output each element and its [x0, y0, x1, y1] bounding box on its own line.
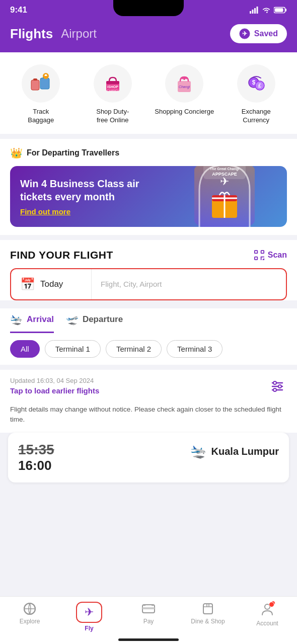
- promo-banner-heading: Win 4 Business Class air tickets every m…: [20, 177, 162, 203]
- svg-text:Changi: Changi: [179, 85, 190, 89]
- svg-rect-42: [255, 257, 258, 260]
- pay-icon: [141, 602, 156, 616]
- app-header: Flights Airport ✈ Saved: [0, 18, 297, 52]
- flight-search-placeholder[interactable]: Flight, City, Airport: [92, 272, 286, 296]
- svg-rect-1: [252, 10, 254, 14]
- flight-list-header: Updated 16:03, 04 Sep 2024 Tap to load e…: [0, 370, 297, 400]
- svg-rect-61: [203, 604, 212, 614]
- flight-search-box[interactable]: 📅 Today Flight, City, Airport: [10, 268, 287, 300]
- plane-saved-icon: ✈: [239, 28, 250, 39]
- find-flight-section: FIND YOUR FLIGHT Scan 📅 Today Flight, Ci…: [0, 240, 297, 300]
- svg-rect-0: [250, 11, 251, 14]
- tab-departure[interactable]: 🛫 Departure: [66, 308, 123, 333]
- crown-icon: 👑: [10, 147, 23, 159]
- terminal-all[interactable]: All: [10, 340, 40, 358]
- exchange-currency-label: ExchangeCurrency: [242, 108, 271, 125]
- wifi-icon: [262, 7, 271, 14]
- tap-earlier-button[interactable]: Tap to load earlier flights: [10, 386, 99, 395]
- quick-action-exchange-currency[interactable]: $ £ ExchangeCurrency: [226, 64, 286, 125]
- currency-icon: $ £: [237, 64, 275, 103]
- svg-point-50: [273, 381, 276, 384]
- svg-rect-5: [285, 9, 286, 12]
- fly-icon: ✈: [82, 605, 96, 619]
- svg-text:iSHOP: iSHOP: [107, 85, 118, 89]
- svg-rect-10: [31, 80, 39, 90]
- flight-actual-time: 16:00: [18, 458, 54, 473]
- updated-text: Updated 16:03, 04 Sep 2024: [10, 377, 99, 384]
- signal-icon: [250, 7, 259, 14]
- shop-duty-free-label: Shop Duty-free Online: [96, 108, 129, 125]
- tab-flights[interactable]: Flights: [10, 26, 53, 42]
- arrival-icon: 🛬: [190, 444, 206, 459]
- svg-point-24: [183, 78, 185, 80]
- departure-tab-label: Departure: [83, 314, 123, 325]
- bottom-navigation: Explore ✈ Fly Pay Dine & Shop: [0, 596, 297, 644]
- promo-decoration: ✈ The Great Changi APPSCAPE: [163, 166, 287, 227]
- dine-shop-icon: [201, 602, 215, 616]
- svg-text:£: £: [258, 83, 261, 89]
- flight-city: Kuala Lumpur: [211, 446, 279, 457]
- promo-label: 👑 For Departing Travellers: [10, 147, 287, 159]
- terminal-filter: All Terminal 1 Terminal 2 Terminal 3: [0, 333, 297, 365]
- svg-text:✈: ✈: [85, 606, 94, 618]
- nav-fly[interactable]: ✈ Fly: [69, 602, 109, 632]
- terminal-2[interactable]: Terminal 2: [106, 340, 162, 358]
- home-indicator: [118, 638, 179, 641]
- saved-button[interactable]: ✈ Saved: [230, 24, 287, 43]
- terminal-3[interactable]: Terminal 3: [167, 340, 222, 358]
- nav-explore-label: Explore: [20, 618, 40, 625]
- nav-pay[interactable]: Pay: [128, 602, 169, 632]
- find-flight-header: FIND YOUR FLIGHT Scan: [10, 249, 287, 261]
- flight-card[interactable]: 15:35 16:00 🛬 Kuala Lumpur: [8, 433, 289, 482]
- shop-icon: iSHOP CHANGI: [94, 64, 132, 103]
- svg-rect-41: [261, 251, 264, 254]
- svg-rect-19: [106, 81, 119, 84]
- quick-action-shopping-concierge[interactable]: Changi Shopping Concierge: [154, 64, 214, 125]
- status-icons: [250, 7, 287, 14]
- svg-point-52: [273, 388, 276, 391]
- quick-action-track-baggage[interactable]: TrackBaggage: [11, 64, 71, 125]
- scan-icon: [254, 250, 265, 261]
- nav-account[interactable]: Account: [247, 602, 287, 632]
- svg-text:The Great Changi: The Great Changi: [210, 167, 239, 171]
- svg-point-51: [278, 385, 281, 388]
- svg-rect-40: [255, 251, 258, 254]
- flight-scheduled-time: 15:35: [18, 442, 54, 458]
- svg-point-62: [265, 604, 270, 609]
- scan-button[interactable]: Scan: [254, 250, 287, 261]
- status-time: 9:41: [10, 5, 27, 15]
- filter-button[interactable]: [268, 377, 287, 397]
- header-tabs: Flights Airport: [10, 26, 97, 42]
- quick-action-shop-duty-free[interactable]: iSHOP CHANGI Shop Duty-free Online: [83, 64, 143, 125]
- svg-text:✈: ✈: [242, 30, 247, 37]
- svg-text:APPSCAPE: APPSCAPE: [212, 172, 237, 177]
- promo-for-label: For Departing Travellers: [27, 148, 119, 157]
- tab-airport[interactable]: Airport: [61, 27, 97, 41]
- account-icon: [260, 602, 274, 616]
- terminal-1[interactable]: Terminal 1: [45, 340, 101, 358]
- find-flight-title: FIND YOUR FLIGHT: [10, 249, 113, 261]
- date-picker[interactable]: 📅 Today: [11, 269, 92, 299]
- filter-icon: [270, 379, 285, 394]
- nav-dine-shop-label: Dine & Shop: [191, 618, 225, 625]
- flight-type-tabs: 🛬 Arrival 🛫 Departure: [0, 308, 297, 333]
- departure-plane-icon: 🛫: [66, 313, 79, 326]
- svg-rect-2: [254, 8, 256, 14]
- date-value: Today: [40, 279, 63, 289]
- promo-banner[interactable]: Win 4 Business Class air tickets every m…: [10, 166, 287, 227]
- promo-illustration: ✈ The Great Changi APPSCAPE: [184, 166, 265, 227]
- nav-dine-shop[interactable]: Dine & Shop: [188, 602, 228, 632]
- nav-explore[interactable]: Explore: [10, 602, 50, 632]
- nav-account-label: Account: [256, 620, 278, 627]
- calendar-icon: 📅: [20, 277, 35, 291]
- svg-text:CHANGI: CHANGI: [107, 89, 119, 92]
- svg-rect-58: [142, 607, 155, 609]
- tab-arrival[interactable]: 🛬 Arrival: [10, 308, 54, 333]
- track-baggage-label: TrackBaggage: [28, 108, 54, 125]
- quick-actions: TrackBaggage iSHOP CHANGI Shop Duty-free…: [0, 52, 297, 134]
- battery-icon: [274, 7, 287, 14]
- flight-destination: 🛬 Kuala Lumpur: [190, 444, 279, 459]
- flight-notice: Flight details may change without notice…: [0, 400, 297, 433]
- svg-rect-11: [33, 78, 37, 80]
- shopping-concierge-label: Shopping Concierge: [155, 108, 214, 116]
